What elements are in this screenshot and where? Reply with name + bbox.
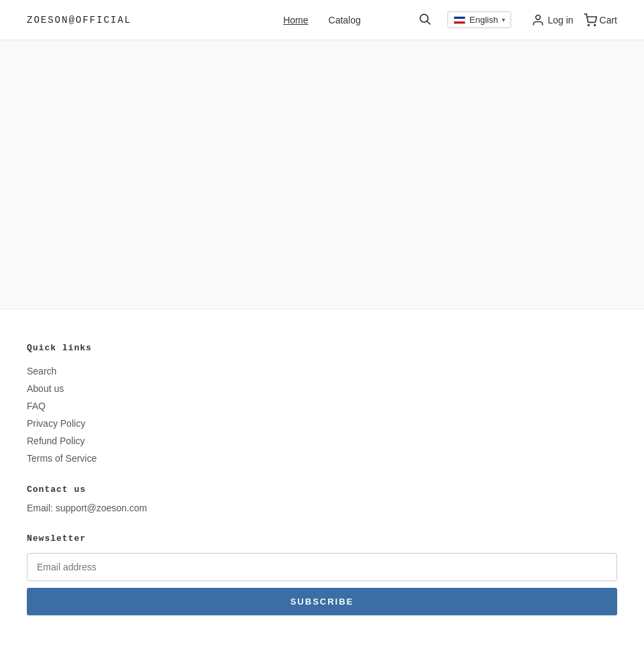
link-faq[interactable]: FAQ [27,401,46,411]
svg-point-2 [536,15,541,19]
cart-label: Cart [600,15,617,26]
svg-point-4 [594,24,595,26]
list-item: About us [27,382,617,395]
header-icons: Log in Cart [531,13,617,27]
header-right: English ▾ Log in Cart [415,9,617,30]
newsletter-heading: Newsletter [27,533,617,544]
list-item: Search [27,365,617,377]
search-button[interactable] [415,9,434,30]
main-content [0,40,644,309]
contact-section: Contact us Email: support@zoeson.com [27,484,617,513]
search-icon [418,12,431,26]
quick-links-list: Search About us FAQ Privacy Policy Refun… [27,365,617,464]
link-refund[interactable]: Refund Policy [27,436,85,446]
subscribe-button[interactable]: SUBSCRIBE [27,588,617,615]
list-item: Terms of Service [27,452,617,464]
language-label: English [470,15,498,25]
svg-line-1 [427,21,431,25]
site-footer: Quick links Search About us FAQ Privacy … [0,309,644,663]
list-item: FAQ [27,400,617,412]
login-button[interactable]: Log in [531,13,573,27]
cart-button[interactable]: Cart [584,13,617,27]
link-privacy[interactable]: Privacy Policy [27,418,85,429]
nav-catalog[interactable]: Catalog [329,15,361,26]
nav-home[interactable]: Home [283,15,308,26]
contact-email: Email: support@zoeson.com [27,503,617,513]
person-icon [531,13,545,27]
language-selector[interactable]: English ▾ [447,11,512,28]
newsletter-section: Newsletter SUBSCRIBE [27,533,617,615]
link-terms[interactable]: Terms of Service [27,453,97,464]
link-about[interactable]: About us [27,383,64,394]
flag-icon [453,16,466,24]
list-item: Privacy Policy [27,417,617,429]
link-search[interactable]: Search [27,366,56,376]
email-input[interactable] [27,553,617,581]
main-nav: Home Catalog [283,15,361,26]
site-header: ZOESON@OFFICIAL Home Catalog English ▾ L… [0,0,644,40]
site-logo[interactable]: ZOESON@OFFICIAL [27,15,131,26]
list-item: Refund Policy [27,435,617,447]
svg-point-3 [588,24,589,26]
quick-links-heading: Quick links [27,343,617,353]
cart-icon [584,13,597,27]
footer-top: Quick links Search About us FAQ Privacy … [27,343,617,663]
contact-heading: Contact us [27,484,617,495]
svg-point-0 [420,14,428,22]
chevron-down-icon: ▾ [502,16,505,23]
login-label: Log in [547,15,573,26]
